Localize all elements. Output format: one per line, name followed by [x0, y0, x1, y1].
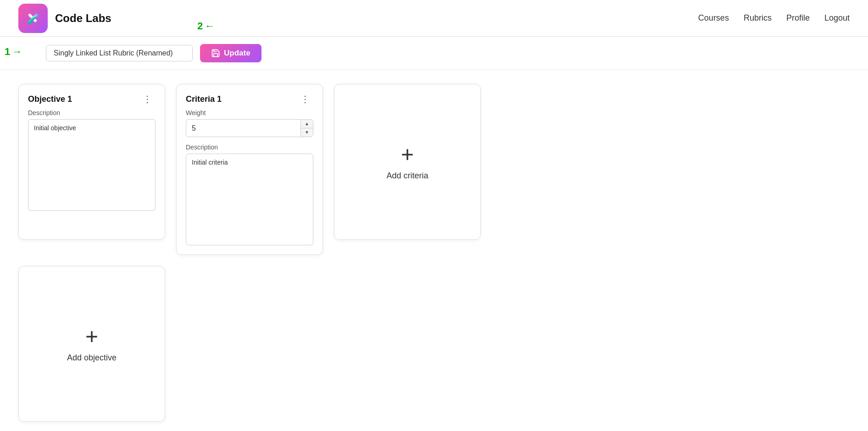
objective-1-desc-label: Description [28, 109, 156, 116]
app-logo[interactable]: 🧪 [18, 4, 48, 33]
svg-text:🧪: 🧪 [27, 12, 40, 25]
criteria-1-decrement[interactable]: ▼ [301, 128, 313, 137]
criteria-1-menu[interactable]: ⋮ [298, 94, 313, 105]
criteria-1-desc-box[interactable]: Initial criteria [186, 154, 313, 245]
nav-rubrics[interactable]: Rubrics [744, 13, 772, 23]
objective-1-menu[interactable]: ⋮ [140, 94, 156, 105]
annotation-1-label: 1 [5, 46, 10, 58]
annotation-2-arrow: ← [205, 20, 215, 32]
nav-profile[interactable]: Profile [786, 13, 810, 23]
add-criteria-icon: + [401, 144, 414, 166]
objective-card-1: Objective 1 ⋮ Description Initial object… [18, 84, 165, 240]
annotation-2-label: 2 [197, 20, 203, 32]
criteria-1-weight-input: 5 ▲ ▼ [186, 119, 313, 137]
header-nav: Courses Rubrics Profile Logout [698, 13, 850, 23]
criteria-1-increment[interactable]: ▲ [301, 120, 313, 128]
criteria-card-1: Criteria 1 ⋮ Weight 5 ▲ ▼ Description In… [176, 84, 323, 255]
app-title: Code Labs [55, 12, 111, 25]
objective-1-desc-box[interactable]: Initial objective [28, 119, 156, 211]
objective-1-title: Objective 1 [28, 94, 72, 104]
criteria-1-desc-label: Description [186, 144, 313, 151]
main-content: Objective 1 ⋮ Description Initial object… [0, 70, 868, 431]
update-label: Update [224, 49, 250, 58]
add-criteria-label: Add criteria [386, 171, 428, 181]
toolbar-inner: Update 2 ← [46, 44, 262, 62]
criteria-1-weight-value[interactable]: 5 [186, 121, 300, 136]
criteria-1-spinners: ▲ ▼ [300, 120, 313, 137]
header: 🧪 Code Labs Courses Rubrics Profile Logo… [0, 0, 868, 37]
add-criteria-card[interactable]: + Add criteria [334, 84, 481, 240]
header-left: 🧪 Code Labs [18, 4, 111, 33]
criteria-1-desc-value: Initial criteria [192, 159, 228, 166]
add-objective-label: Add objective [67, 353, 117, 363]
objective-1-desc-value: Initial objective [34, 124, 76, 132]
add-objective-icon: + [85, 326, 98, 348]
criteria-1-weight-label: Weight [186, 109, 313, 116]
objectives-row-1: Objective 1 ⋮ Description Initial object… [18, 84, 850, 255]
criteria-1-header: Criteria 1 ⋮ [186, 94, 313, 105]
save-icon [211, 49, 220, 58]
nav-logout[interactable]: Logout [824, 13, 850, 23]
objective-1-header: Objective 1 ⋮ [28, 94, 156, 105]
objectives-row-2: + Add objective [18, 266, 850, 422]
annotation-1-arrow: → [12, 46, 22, 58]
toolbar: 1 → Update 2 ← [0, 37, 868, 70]
nav-courses[interactable]: Courses [698, 13, 729, 23]
add-objective-card[interactable]: + Add objective [18, 266, 165, 422]
rubric-name-input[interactable] [46, 45, 193, 61]
criteria-1-title: Criteria 1 [186, 94, 222, 104]
update-button[interactable]: Update [200, 44, 262, 62]
